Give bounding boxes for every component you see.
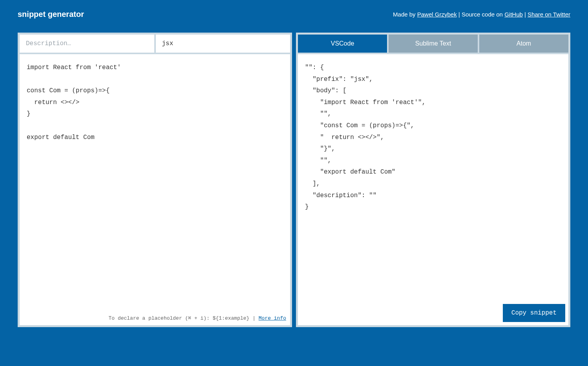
description-input[interactable] bbox=[20, 35, 154, 53]
tab-sublime[interactable]: Sublime Text bbox=[389, 35, 478, 53]
more-info-link[interactable]: More info bbox=[259, 315, 286, 321]
trigger-input[interactable] bbox=[156, 35, 290, 53]
copy-button[interactable]: Copy snippet bbox=[503, 304, 565, 322]
made-by-label: Made by bbox=[393, 11, 417, 18]
placeholder-hint: To declare a placeholder (⌘ + i): ${1:ex… bbox=[108, 315, 286, 321]
tab-vscode[interactable]: VSCode bbox=[298, 35, 387, 53]
main-content: To declare a placeholder (⌘ + i): ${1:ex… bbox=[0, 33, 588, 345]
tab-atom[interactable]: Atom bbox=[479, 35, 568, 53]
header: snippet generator Made by Pawel Grzybek … bbox=[0, 0, 588, 33]
separator: | bbox=[457, 11, 462, 18]
app-title: snippet generator bbox=[18, 10, 84, 19]
header-links: Made by Pawel Grzybek | Source code on G… bbox=[393, 11, 570, 18]
output-code[interactable]: "": { "prefix": "jsx", "body": [ "import… bbox=[298, 54, 568, 325]
github-link[interactable]: GitHub bbox=[504, 11, 523, 18]
separator: | bbox=[523, 11, 528, 18]
snippet-code-input[interactable] bbox=[20, 54, 290, 325]
twitter-link[interactable]: Share on Twitter bbox=[528, 11, 570, 18]
output-panel: VSCode Sublime Text Atom "": { "prefix":… bbox=[296, 33, 570, 327]
editor-tabs: VSCode Sublime Text Atom bbox=[298, 35, 568, 53]
input-row bbox=[20, 35, 290, 53]
input-panel: To declare a placeholder (⌘ + i): ${1:ex… bbox=[18, 33, 292, 327]
source-label: Source code on bbox=[462, 11, 504, 18]
hint-text: To declare a placeholder (⌘ + i): ${1:ex… bbox=[108, 315, 258, 321]
author-link[interactable]: Pawel Grzybek bbox=[417, 11, 457, 18]
